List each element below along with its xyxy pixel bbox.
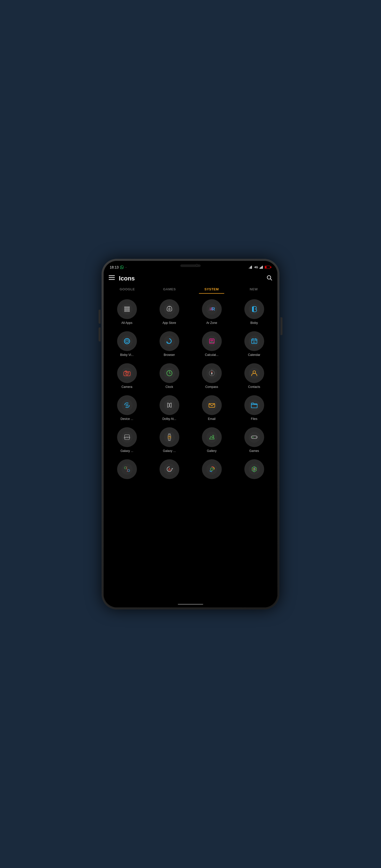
calculator-label: Calculat... [205, 353, 218, 356]
svg-point-39 [210, 342, 211, 342]
app-store-label: App Store [163, 321, 176, 324]
calculator-cell[interactable]: Calculat... [191, 328, 233, 359]
icon-pack3-cell[interactable] [191, 456, 233, 483]
gallery-cell[interactable]: Gallery [191, 424, 233, 455]
signal2-icon [260, 266, 264, 269]
ar-zone-cell[interactable]: AR A R [191, 296, 233, 327]
camera-cell[interactable]: Camera [106, 360, 148, 391]
battery-icon [265, 266, 271, 269]
device-label: Device ... [120, 417, 133, 421]
notification-dots: ·· [125, 266, 127, 269]
home-indicator [104, 601, 277, 608]
clock-label: Clock [165, 385, 173, 389]
all-apps-icon [117, 299, 137, 319]
app-store-cell[interactable]: App Store [148, 296, 191, 327]
email-label: Email [208, 417, 215, 421]
icon-pack4-cell[interactable] [233, 456, 275, 483]
svg-rect-4 [260, 268, 260, 269]
camera-icon [117, 363, 137, 383]
volume-up-button[interactable] [99, 310, 101, 323]
compass-label: Compass [205, 385, 218, 389]
browser-label: Browser [164, 353, 175, 356]
svg-rect-1 [250, 267, 250, 269]
calendar-cell[interactable]: 31 Calendar [233, 328, 275, 359]
bixby-cell[interactable]: Bixby [233, 296, 275, 327]
galaxy-apps-cell[interactable]: APPS Galaxy ... [106, 424, 148, 455]
svg-rect-8 [109, 275, 115, 276]
compass-cell[interactable]: N Compass [191, 360, 233, 391]
galaxy-watch-icon [160, 427, 179, 447]
network-type: 4G [254, 266, 258, 269]
compass-icon: N [202, 363, 222, 383]
bixby-icon [244, 299, 264, 319]
svg-point-94 [121, 464, 133, 475]
page-title: Icons [119, 275, 135, 282]
svg-point-29 [249, 304, 260, 315]
tabs-row: GOOGLE GAMES SYSTEM NEW [104, 284, 277, 293]
dolby-icon [160, 395, 179, 415]
svg-point-59 [169, 373, 170, 373]
icon-pack3-icon [202, 459, 222, 479]
bixby-label: Bixby [250, 321, 258, 324]
games-label: Games [249, 449, 259, 453]
svg-point-73 [206, 400, 217, 411]
all-apps-cell[interactable]: All Apps [106, 296, 148, 327]
email-cell[interactable]: Email [191, 392, 233, 423]
svg-point-92 [252, 436, 253, 437]
contacts-cell[interactable]: Contacts [233, 360, 275, 391]
browser-cell[interactable]: Browser [148, 328, 191, 359]
icon-pack1-icon [117, 459, 137, 479]
tab-google[interactable]: GOOGLE [106, 285, 148, 293]
tab-new[interactable]: NEW [233, 285, 275, 293]
svg-rect-10 [109, 279, 115, 280]
svg-rect-0 [249, 268, 249, 269]
clock-cell[interactable]: Clock [148, 360, 191, 391]
device-cell[interactable]: Device ... [106, 392, 148, 423]
phone-frame: 18:13 ·· 4G [102, 259, 279, 610]
galaxy-watch-cell[interactable]: Galaxy ... [148, 424, 191, 455]
svg-point-71 [126, 405, 127, 405]
svg-text:APPS: APPS [124, 436, 130, 439]
svg-point-101 [164, 464, 175, 475]
svg-point-23 [164, 304, 175, 315]
svg-point-22 [128, 310, 130, 312]
icons-row-5 [106, 456, 275, 483]
all-apps-label: All Apps [121, 321, 132, 324]
whatsapp-icon [120, 266, 124, 269]
camera-label: Camera [121, 385, 132, 389]
svg-point-104 [206, 464, 217, 475]
files-label: Files [251, 417, 257, 421]
email-icon [202, 395, 222, 415]
icon-pack2-cell[interactable] [148, 456, 191, 483]
svg-rect-6 [261, 266, 262, 269]
games-cell[interactable]: Games [233, 424, 275, 455]
dolby-label: Dolby At... [162, 417, 176, 421]
svg-point-20 [124, 310, 126, 312]
header-left: Icons [109, 275, 135, 282]
contacts-icon [244, 363, 264, 383]
files-icon [244, 395, 264, 415]
app-header: Icons [104, 272, 277, 284]
files-cell[interactable]: Files [233, 392, 275, 423]
dolby-cell[interactable]: Dolby At... [148, 392, 191, 423]
svg-point-31 [121, 336, 133, 347]
svg-rect-2 [250, 266, 251, 269]
hamburger-menu-icon[interactable] [109, 275, 115, 281]
galaxy-apps-label: Galaxy ... [120, 449, 133, 453]
svg-point-15 [126, 306, 128, 308]
svg-rect-3 [251, 266, 252, 269]
svg-point-14 [124, 306, 126, 308]
gallery-icon [202, 427, 222, 447]
search-icon[interactable] [266, 275, 272, 282]
icons-row-3: Device ... Dolby At... [106, 392, 275, 423]
time-display: 18:13 [110, 265, 119, 269]
bixby-vision-cell[interactable]: Bixby Vi... [106, 328, 148, 359]
calculator-icon [202, 331, 222, 351]
tab-system[interactable]: SYSTEM [191, 285, 233, 293]
tab-games[interactable]: GAMES [148, 285, 191, 293]
volume-down-button[interactable] [99, 328, 101, 341]
power-button[interactable] [280, 317, 282, 335]
svg-point-54 [128, 372, 129, 373]
icon-pack1-cell[interactable] [106, 456, 148, 483]
icons-row-2: Camera Clock [106, 360, 275, 391]
